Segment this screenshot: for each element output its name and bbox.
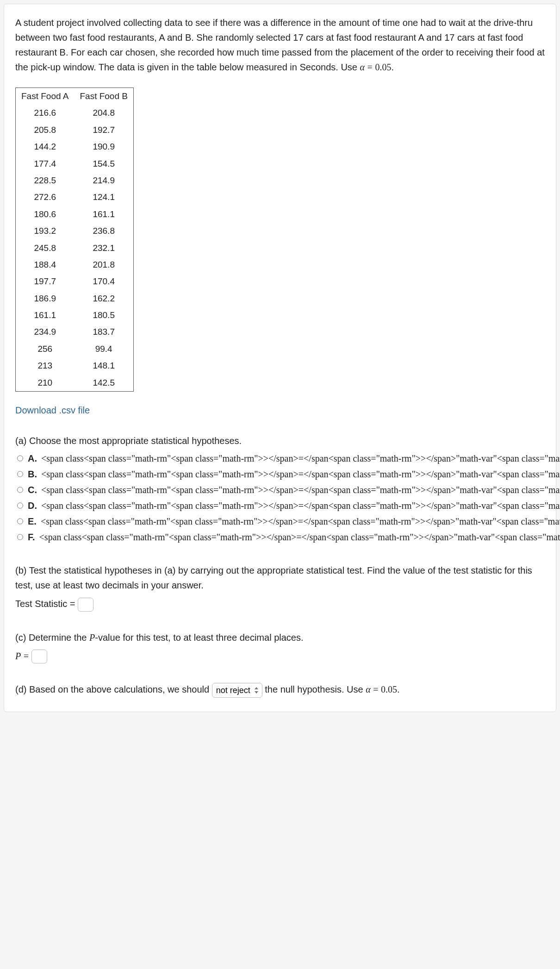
part-d-period: . bbox=[397, 684, 400, 694]
table-cell: 144.2 bbox=[16, 138, 75, 155]
null-hypothesis: E. <span class<span class="math-rm"<span… bbox=[28, 514, 560, 529]
period: . bbox=[391, 62, 394, 72]
p-variable: P bbox=[89, 632, 95, 643]
part-d-before: (d) Based on the above calculations, we … bbox=[15, 684, 212, 694]
table-cell: 228.5 bbox=[16, 172, 75, 189]
table-cell: 180.6 bbox=[16, 206, 75, 223]
table-row: 197.7170.4 bbox=[16, 273, 134, 290]
table-cell: 272.6 bbox=[16, 189, 75, 206]
table-cell: 190.9 bbox=[74, 138, 133, 155]
table-cell: 204.8 bbox=[74, 105, 133, 121]
table-cell: 216.6 bbox=[16, 105, 75, 121]
test-statistic-label: Test Statistic = bbox=[15, 599, 75, 609]
table-header-row: Fast Food A Fast Food B bbox=[16, 88, 134, 105]
table-row: 188.4201.8 bbox=[16, 256, 134, 273]
problem-text-main: A student project involved collecting da… bbox=[15, 18, 545, 72]
hypothesis-radio[interactable] bbox=[17, 486, 23, 494]
table-cell: 162.2 bbox=[74, 290, 133, 307]
table-cell: 192.7 bbox=[74, 122, 133, 138]
table-row: 228.5214.9 bbox=[16, 172, 134, 189]
table-cell: 183.7 bbox=[74, 324, 133, 340]
test-statistic-input[interactable] bbox=[78, 598, 93, 612]
table-cell: 197.7 bbox=[16, 273, 75, 290]
table-cell: 161.1 bbox=[16, 307, 75, 324]
table-cell: 170.4 bbox=[74, 273, 133, 290]
p-equals-label: P bbox=[15, 651, 21, 661]
hypothesis-option: A. <span class<span class="math-rm"<span… bbox=[15, 451, 545, 466]
table-row: 234.9183.7 bbox=[16, 324, 134, 340]
table-row: 180.6161.1 bbox=[16, 206, 134, 223]
p-value-input[interactable] bbox=[31, 650, 47, 663]
col-header-a: Fast Food A bbox=[16, 88, 75, 105]
table-cell: 161.1 bbox=[74, 206, 133, 223]
hypothesis-radio[interactable] bbox=[17, 533, 23, 541]
table-cell: 124.1 bbox=[74, 189, 133, 206]
col-header-b: Fast Food B bbox=[74, 88, 133, 105]
part-b: (b) Test the statistical hypotheses in (… bbox=[15, 563, 545, 612]
table-cell: 188.4 bbox=[16, 256, 75, 273]
table-cell: 193.2 bbox=[16, 223, 75, 239]
table-cell: 180.5 bbox=[74, 307, 133, 324]
table-row: 205.8192.7 bbox=[16, 122, 134, 138]
null-hypothesis: F. <span class<span class="math-rm"<span… bbox=[28, 530, 560, 544]
part-c-before: (c) Determine the bbox=[15, 632, 89, 643]
part-d: (d) Based on the above calculations, we … bbox=[15, 682, 545, 698]
hypothesis-radio[interactable] bbox=[17, 470, 23, 478]
table-row: 216.6204.8 bbox=[16, 105, 134, 121]
table-row: 213148.1 bbox=[16, 357, 134, 374]
hypothesis-option: F. <span class<span class="math-rm"<span… bbox=[15, 530, 545, 544]
table-cell: 205.8 bbox=[16, 122, 75, 138]
table-row: 210142.5 bbox=[16, 375, 134, 392]
part-b-prompt: (b) Test the statistical hypotheses in (… bbox=[15, 563, 545, 593]
table-cell: 232.1 bbox=[74, 240, 133, 256]
hypothesis-option: D. <span class<span class="math-rm"<span… bbox=[15, 498, 545, 513]
hypothesis-radio[interactable] bbox=[17, 501, 23, 510]
hypothesis-label: C. <span class<span class="math-rm"<span… bbox=[28, 482, 560, 497]
null-hypothesis: A. <span class<span class="math-rm"<span… bbox=[28, 451, 560, 466]
table-cell: 236.8 bbox=[74, 223, 133, 239]
problem-statement: A student project involved collecting da… bbox=[15, 15, 545, 75]
table-row: 161.1180.5 bbox=[16, 307, 134, 324]
table-cell: 210 bbox=[16, 375, 75, 392]
table-cell: 256 bbox=[16, 341, 75, 357]
hypothesis-label: D. <span class<span class="math-rm"<span… bbox=[28, 498, 560, 513]
hypothesis-label: A. <span class<span class="math-rm"<span… bbox=[28, 451, 560, 466]
table-cell: 99.4 bbox=[74, 341, 133, 357]
alpha-equation-d: α = 0.05 bbox=[366, 684, 397, 694]
table-cell: 213 bbox=[16, 357, 75, 374]
table-cell: 186.9 bbox=[16, 290, 75, 307]
null-hypothesis: C. <span class<span class="math-rm"<span… bbox=[28, 482, 560, 497]
hypothesis-radio[interactable] bbox=[17, 454, 23, 463]
table-cell: 245.8 bbox=[16, 240, 75, 256]
table-row: 25699.4 bbox=[16, 341, 134, 357]
table-row: 193.2236.8 bbox=[16, 223, 134, 239]
part-a-prompt: (a) Choose the most appropriate statisti… bbox=[15, 433, 545, 448]
table-row: 186.9162.2 bbox=[16, 290, 134, 307]
table-row: 144.2190.9 bbox=[16, 138, 134, 155]
table-cell: 177.4 bbox=[16, 156, 75, 172]
download-csv-link[interactable]: Download .csv file bbox=[15, 403, 90, 418]
part-c-after: -value for this test, to at least three … bbox=[95, 632, 303, 643]
conclusion-select[interactable]: not reject bbox=[212, 683, 262, 698]
table-cell: 142.5 bbox=[74, 375, 133, 392]
part-b-answer-row: Test Statistic = bbox=[15, 596, 545, 612]
hypothesis-option: C. <span class<span class="math-rm"<span… bbox=[15, 482, 545, 497]
part-c-answer-row: P = bbox=[15, 649, 545, 664]
table-cell: 214.9 bbox=[74, 172, 133, 189]
table-row: 177.4154.5 bbox=[16, 156, 134, 172]
table-row: 245.8232.1 bbox=[16, 240, 134, 256]
part-a: (a) Choose the most appropriate statisti… bbox=[15, 433, 545, 544]
hypothesis-options: A. <span class<span class="math-rm"<span… bbox=[15, 451, 545, 544]
part-c-prompt: (c) Determine the P-value for this test,… bbox=[15, 630, 545, 645]
hypothesis-label: E. <span class<span class="math-rm"<span… bbox=[28, 514, 560, 529]
equals-sign: = bbox=[24, 651, 29, 661]
hypothesis-label: F. <span class<span class="math-rm"<span… bbox=[28, 530, 560, 544]
part-d-mid: the null hypothesis. Use bbox=[265, 684, 366, 694]
null-hypothesis: B. <span class<span class="math-rm"<span… bbox=[28, 467, 560, 481]
alpha-equation: α = 0.05 bbox=[360, 62, 392, 72]
hypothesis-option: E. <span class<span class="math-rm"<span… bbox=[15, 514, 545, 529]
null-hypothesis: D. <span class<span class="math-rm"<span… bbox=[28, 498, 560, 513]
table-cell: 154.5 bbox=[74, 156, 133, 172]
table-row: 272.6124.1 bbox=[16, 189, 134, 206]
hypothesis-radio[interactable] bbox=[17, 517, 23, 525]
